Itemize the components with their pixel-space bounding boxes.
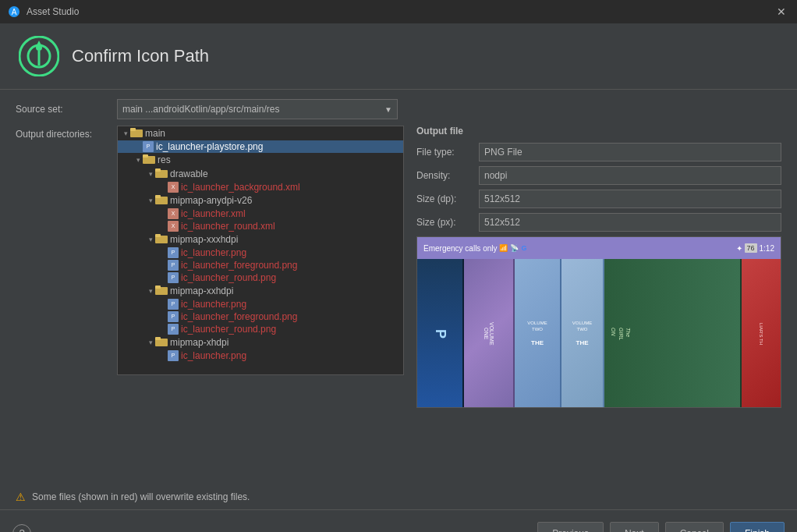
footer-right: Previous Next Cancel Finish <box>537 522 785 533</box>
file-type-icon: X <box>168 208 179 219</box>
tree-node-label: mipmap-xhdpi <box>170 337 228 348</box>
expand-icon: ▾ <box>146 197 155 204</box>
books-shelf: P VOLUMEONE VOLUMETWO THE <box>417 259 781 407</box>
emergency-calls-text: Emergency calls only <box>423 244 497 253</box>
dialog-footer: ? Previous Next Cancel Finish <box>0 509 797 532</box>
tree-node-label: ic_launcher_round.png <box>181 272 276 283</box>
tree-item-ic_launcher_round_xxhdpi.png[interactable]: Pic_launcher_round.png <box>118 323 403 335</box>
tree-item-ic_launcher_foreground.png[interactable]: Pic_launcher_foreground.png <box>118 259 403 271</box>
android-studio-icon <box>19 36 59 76</box>
title-bar-title: Asset Studio <box>27 6 79 17</box>
file-type-icon: X <box>168 221 179 232</box>
file-type-icon: P <box>168 247 179 258</box>
svg-rect-20 <box>155 337 161 340</box>
footer-left: ? <box>12 524 31 533</box>
tree-item-mipmap-xxxhdpi[interactable]: ▾ mipmap-xxxhdpi <box>118 232 403 246</box>
file-type-icon: P <box>168 350 179 361</box>
status-bar-left: Emergency calls only 📶 📡 G <box>423 244 527 253</box>
tree-node-label: ic_launcher-playstore.png <box>156 141 263 152</box>
right-panel: Output file File type: PNG File Density:… <box>404 126 781 408</box>
google-icon: G <box>521 244 526 252</box>
title-bar: A Asset Studio ✕ <box>0 0 797 23</box>
dialog-title: Confirm Icon Path <box>72 46 209 66</box>
status-bar-right: ✦ 76 1:12 <box>736 243 774 253</box>
tree-item-ic_launcher.png[interactable]: Pic_launcher.png <box>118 246 403 259</box>
svg-marker-6 <box>36 41 42 47</box>
title-bar-left: A Asset Studio <box>8 5 79 18</box>
help-button[interactable]: ? <box>12 524 31 533</box>
tree-item-mipmap-anydpi-v26[interactable]: ▾ mipmap-anydpi-v26 <box>118 193 403 207</box>
tree-node-label: ic_launcher.png <box>181 299 246 310</box>
tree-item-ic_launcher-playstore.png[interactable]: Pic_launcher-playstore.png <box>118 140 403 153</box>
tree-node-label: mipmap-xxhdpi <box>170 286 233 296</box>
bluetooth-icon: ✦ <box>736 244 742 253</box>
cancel-button[interactable]: Cancel <box>665 522 724 533</box>
tree-node-label: mipmap-anydpi-v26 <box>170 195 252 206</box>
phone-preview: Emergency calls only 📶 📡 G ✦ 76 1:12 <box>417 237 781 407</box>
source-set-label: Source set: <box>16 104 117 115</box>
finish-button[interactable]: Finish <box>730 522 785 533</box>
tree-item-ic_launcher_background.xml[interactable]: Xic_launcher_background.xml <box>118 181 403 193</box>
expand-icon: ▾ <box>146 236 155 243</box>
expand-icon: ▾ <box>121 129 130 137</box>
expand-icon: ▾ <box>146 339 155 346</box>
tree-item-mipmap-xxhdpi[interactable]: ▾ mipmap-xxhdpi <box>118 284 403 298</box>
tree-item-ic_launcher_round.png[interactable]: Pic_launcher_round.png <box>118 271 403 284</box>
svg-rect-14 <box>155 195 161 198</box>
tree-node-label: drawable <box>170 168 208 179</box>
output-field-value: 512x512 <box>479 213 781 232</box>
output-field-value: nodpi <box>479 166 781 185</box>
tree-node-label: ic_launcher.png <box>181 247 246 258</box>
source-set-value: main ...androidKotlin/app/src/main/res <box>122 104 279 115</box>
tree-node-label: ic_launcher_round.png <box>181 324 276 335</box>
tree-item-mipmap-xhdpi[interactable]: ▾ mipmap-xhdpi <box>118 335 403 349</box>
file-type-icon: P <box>168 311 179 322</box>
tree-node-label: ic_launcher.xml <box>181 208 246 219</box>
folder-icon <box>143 154 155 166</box>
expand-icon: ▾ <box>133 156 143 164</box>
tree-item-ic_launcher_foreground_xxhdpi.png[interactable]: Pic_launcher_foreground.png <box>118 310 403 323</box>
tree-item-ic_launcher_xxhdpi.png[interactable]: Pic_launcher.png <box>118 298 403 310</box>
tree-node-label: ic_launcher_background.xml <box>181 182 300 193</box>
tree-item-ic_launcher_round.xml[interactable]: Xic_launcher_round.xml <box>118 220 403 232</box>
file-type-icon: X <box>168 182 179 193</box>
output-field-row: Size (dp): 512x512 <box>416 190 781 208</box>
svg-rect-8 <box>130 128 136 131</box>
output-field-label: File type: <box>416 147 479 158</box>
expand-icon: ▾ <box>146 287 155 295</box>
tree-node-label: ic_launcher.png <box>181 350 246 361</box>
file-type-icon: P <box>168 299 179 310</box>
tree-node-label: ic_launcher_foreground.png <box>181 260 297 271</box>
svg-rect-10 <box>143 154 148 158</box>
time-display: 1:12 <box>760 244 774 253</box>
folder-icon <box>155 233 168 246</box>
output-field-label: Size (px): <box>416 217 479 228</box>
warning-text: Some files (shown in red) will overwrite… <box>32 491 250 502</box>
source-set-row: Source set: main ...androidKotlin/app/sr… <box>16 99 781 119</box>
folder-icon <box>155 285 168 297</box>
file-tree[interactable]: ▾ mainPic_launcher-playstore.png▾ res▾ d… <box>117 126 404 375</box>
tree-item-ic_launcher.xml[interactable]: Xic_launcher.xml <box>118 207 403 220</box>
preview-image: Emergency calls only 📶 📡 G ✦ 76 1:12 <box>416 236 781 408</box>
left-panel: ▾ mainPic_launcher-playstore.png▾ res▾ d… <box>117 126 404 375</box>
close-button[interactable]: ✕ <box>774 4 789 20</box>
tree-node-label: main <box>145 128 165 139</box>
content-area: Source set: main ...androidKotlin/app/sr… <box>0 90 797 484</box>
tree-item-ic_launcher_xhdpi.png[interactable]: Pic_launcher.png <box>118 349 403 362</box>
tree-item-main[interactable]: ▾ main <box>118 126 403 140</box>
phone-status-bar: Emergency calls only 📶 📡 G ✦ 76 1:12 <box>417 237 781 259</box>
folder-icon <box>155 336 168 349</box>
tree-item-drawable[interactable]: ▾ drawable <box>118 167 403 181</box>
dialog-header: Confirm Icon Path <box>0 23 797 90</box>
previous-button[interactable]: Previous <box>537 522 604 533</box>
svg-rect-16 <box>155 234 161 237</box>
next-button[interactable]: Next <box>610 522 659 533</box>
folder-icon <box>155 194 168 207</box>
tree-node-label: ic_launcher_foreground.png <box>181 311 297 322</box>
chevron-down-icon: ▼ <box>384 105 392 114</box>
signal-icon: 📶 <box>499 244 508 252</box>
output-field-row: Size (px): 512x512 <box>416 213 781 232</box>
expand-icon: ▾ <box>146 170 155 178</box>
tree-item-res[interactable]: ▾ res <box>118 153 403 167</box>
source-set-select[interactable]: main ...androidKotlin/app/src/main/res ▼ <box>117 99 398 119</box>
